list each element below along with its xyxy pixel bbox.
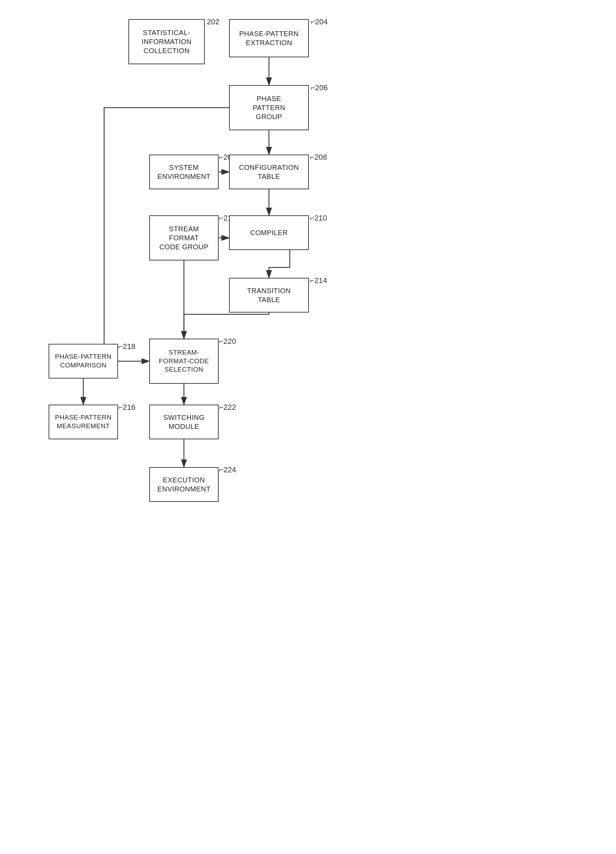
label-224: ⌐224	[219, 465, 236, 474]
box-switching-module: SWITCHINGMODULE	[149, 405, 219, 439]
label-222: ⌐222	[219, 403, 236, 412]
box-phase-pattern-measurement: PHASE-PATTERNMEASUREMENT	[49, 405, 118, 439]
label-214: ⌐214	[310, 276, 327, 285]
box-execution-environment: EXECUTIONENVIRONMENT	[149, 467, 219, 502]
label-204: ⌐204	[310, 17, 328, 26]
label-210: ⌐210	[310, 214, 327, 223]
diagram-container: STATISTICAL- INFORMATION COLLECTION 202 …	[0, 0, 616, 854]
box-system-environment: SYSTEMENVIRONMENT	[149, 154, 219, 189]
box-configuration-table: CONFIGURATIONTABLE	[229, 154, 309, 189]
label-220: ⌐220	[219, 337, 236, 346]
box-phase-pattern-comparison: PHASE-PATTERNCOMPARISON	[49, 344, 118, 378]
box-compiler: COMPILER	[229, 215, 309, 250]
box-stream-format-code-selection: STREAM-FORMAT-CODESELECTION	[149, 339, 219, 384]
box-phase-pattern-group: PHASEPATTERNGROUP	[229, 85, 309, 130]
label-216: ⌐216	[118, 403, 136, 412]
label-206: ⌐206	[310, 83, 328, 92]
box-stream-format-code-group: STREAMFORMATCODE GROUP	[149, 215, 219, 261]
label-218: ⌐218	[118, 342, 136, 351]
box-statistical-information-collection: STATISTICAL- INFORMATION COLLECTION	[128, 19, 205, 64]
label-208: ⌐208	[310, 153, 327, 162]
box-transition-table: TRANSITIONTABLE	[229, 278, 309, 313]
label-202: 202	[207, 17, 220, 26]
box-phase-pattern-extraction: PHASE-PATTERNEXTRACTION	[229, 19, 309, 57]
